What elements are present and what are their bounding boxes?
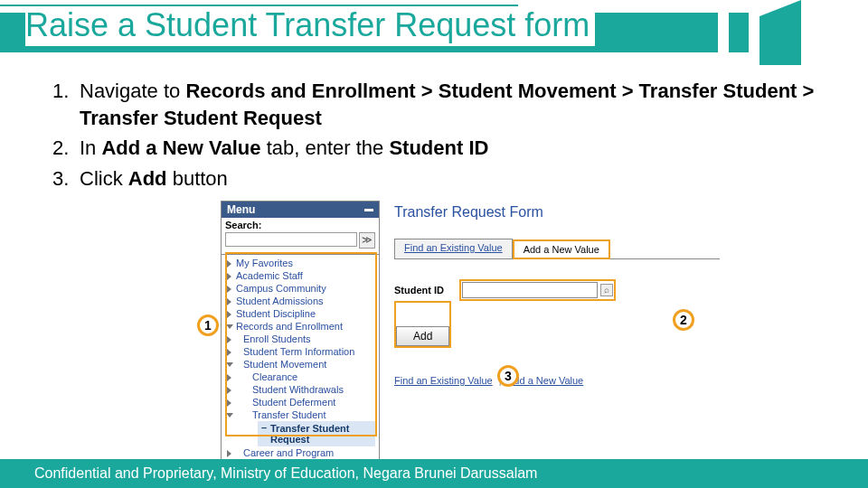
nav-student-discipline[interactable]: Student Discipline: [225, 307, 379, 320]
step-text: In Add a New Value tab, enter the Studen…: [80, 135, 839, 162]
student-id-row: Student ID ⌕: [394, 279, 720, 301]
nav-menu: Menu Search: ≫ My Favorites Academic Sta…: [221, 201, 380, 474]
menu-search: Search: ≫: [222, 218, 379, 255]
callout-2: 2: [673, 309, 694, 331]
menu-header: Menu: [222, 202, 379, 218]
callout-1: 1: [197, 314, 219, 336]
nav-student-deferment[interactable]: Student Deferment: [225, 396, 379, 408]
nav-enroll-students[interactable]: Enroll Students: [225, 333, 379, 345]
nav-my-favorites[interactable]: My Favorites: [225, 257, 379, 269]
link-find-existing[interactable]: Find an Existing Value: [394, 375, 493, 386]
nav-student-term-info[interactable]: Student Term Information: [225, 345, 379, 358]
minimize-icon[interactable]: [364, 209, 373, 211]
header-top-line: [0, 5, 518, 6]
step-1: 1. Navigate to Records and Enrollment > …: [52, 78, 839, 131]
nav-student-withdrawals[interactable]: Student Withdrawals: [225, 383, 379, 396]
nav-transfer-student-request[interactable]: Transfer Student Request: [258, 421, 375, 446]
add-button[interactable]: Add: [396, 326, 449, 346]
menu-title: Menu: [227, 203, 255, 216]
search-label: Search:: [225, 220, 375, 230]
nav-academic-staff[interactable]: Academic Staff: [225, 269, 379, 282]
search-go-button[interactable]: ≫: [359, 232, 375, 249]
lookup-icon[interactable]: ⌕: [600, 284, 613, 296]
callout-highlight-2: ⌕: [459, 279, 616, 301]
nav-student-admissions[interactable]: Student Admissions: [225, 295, 379, 307]
nav-records-enrollment[interactable]: Records and Enrollment: [225, 320, 379, 333]
student-id-input[interactable]: [462, 282, 598, 298]
step-number: 2.: [52, 135, 80, 162]
callout-highlight-3: Add: [394, 301, 451, 348]
nav-clearance[interactable]: Clearance: [225, 371, 379, 383]
callout-3: 3: [497, 365, 519, 387]
footer-text: Confidential and Proprietary, Ministry o…: [34, 465, 537, 482]
menu-list: My Favorites Academic Staff Campus Commu…: [222, 255, 379, 474]
step-3: 3. Click Add button: [52, 165, 839, 192]
header-accent: [760, 0, 801, 65]
footer: Confidential and Proprietary, Ministry o…: [0, 459, 868, 488]
content-area: Transfer Request Form Find an Existing V…: [394, 204, 720, 386]
search-input[interactable]: [225, 232, 357, 247]
student-id-label: Student ID: [394, 285, 459, 296]
nav-transfer-student[interactable]: Transfer Student: [225, 408, 379, 421]
step-number: 1.: [52, 78, 80, 131]
app-screenshot: Menu Search: ≫ My Favorites Academic Sta…: [221, 201, 727, 439]
step-number: 3.: [52, 165, 80, 192]
page-title: Raise a Student Transfer Request form: [25, 5, 595, 46]
step-text: Navigate to Records and Enrollment > Stu…: [80, 78, 839, 131]
instruction-steps: 1. Navigate to Records and Enrollment > …: [52, 78, 839, 196]
tab-add-new[interactable]: Add a New Value: [513, 239, 610, 259]
tab-find-existing[interactable]: Find an Existing Value: [394, 239, 513, 258]
step-text: Click Add button: [80, 165, 839, 192]
nav-campus-community[interactable]: Campus Community: [225, 282, 379, 295]
step-2: 2. In Add a New Value tab, enter the Stu…: [52, 135, 839, 162]
form-title: Transfer Request Form: [394, 204, 720, 221]
bottom-links: Find an Existing Value | Add a New Value: [394, 375, 720, 386]
nav-student-movement[interactable]: Student Movement: [225, 358, 379, 371]
tabs: Find an Existing Value Add a New Value: [394, 239, 720, 259]
header-accent: [729, 13, 749, 52]
